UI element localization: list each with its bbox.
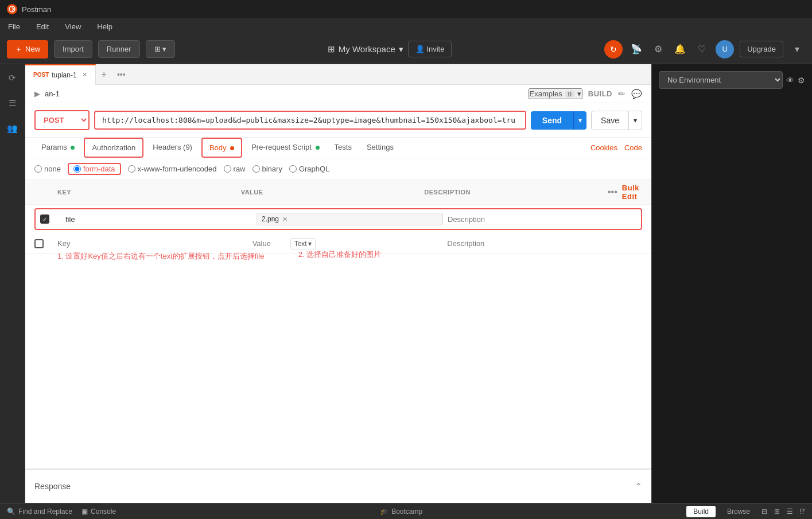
console-item[interactable]: ▣ Console xyxy=(81,508,116,516)
environment-row: No Environment 👁 ⚙ xyxy=(659,71,805,89)
build-tab-button[interactable]: Build xyxy=(686,506,716,517)
menu-help[interactable]: Help xyxy=(94,21,116,32)
tab-tests[interactable]: Tests xyxy=(328,138,359,157)
tab-authorization[interactable]: Authorization xyxy=(84,138,143,158)
tab-name-label: tupian-1 xyxy=(52,71,76,79)
radio-icon-btn[interactable]: 📡 xyxy=(628,41,644,57)
code-link[interactable]: Code xyxy=(624,143,642,152)
response-collapse-icon[interactable]: ⌃ xyxy=(635,481,642,492)
request-tab-active[interactable]: POST tupian-1 ✕ xyxy=(25,64,96,85)
radio-raw[interactable]: raw xyxy=(224,165,246,173)
browse-tab-button[interactable]: Browse xyxy=(722,506,755,517)
empty-value-cell: Text ▾ 2. 选择自己准备好的图片 xyxy=(252,238,448,249)
menu-bar: File Edit View Help xyxy=(0,18,812,34)
row-desc-cell xyxy=(445,214,636,225)
sync-button[interactable]: ↻ xyxy=(604,40,623,58)
bootcamp-icon: 🎓 xyxy=(380,508,388,516)
send-arrow-button[interactable]: ▾ xyxy=(573,111,586,130)
find-replace-item[interactable]: 🔍 Find and Replace xyxy=(7,508,72,516)
settings-env-icon[interactable]: ⚙ xyxy=(798,76,805,85)
tab-pre-request[interactable]: Pre-request Script xyxy=(244,138,326,157)
radio-none[interactable]: none xyxy=(34,165,61,173)
body-options: none form-data x-www-form-urlencoded raw… xyxy=(25,158,651,180)
tab-add-button[interactable]: + xyxy=(96,69,112,80)
empty-desc-input[interactable] xyxy=(447,239,642,248)
user-avatar[interactable]: U xyxy=(716,40,734,58)
sidebar-collections-icon[interactable]: ☰ xyxy=(5,95,21,111)
form-table-header: KEY VALUE DESCRIPTION ••• Bulk Edit xyxy=(25,180,651,205)
user-plus-icon: 👤 xyxy=(415,45,425,53)
row-desc-input[interactable] xyxy=(448,215,634,224)
tab-body[interactable]: Body xyxy=(201,138,242,158)
tab-close-icon[interactable]: ✕ xyxy=(82,71,87,79)
workspace-button[interactable]: ⊞ My Workspace ▾ xyxy=(328,44,403,54)
method-select[interactable]: POST GET PUT DELETE xyxy=(34,110,90,130)
tab-params[interactable]: Params xyxy=(34,138,81,157)
runner-button[interactable]: Runner xyxy=(98,40,140,58)
status-icon-1: ⊟ xyxy=(762,508,767,516)
menu-edit[interactable]: Edit xyxy=(33,21,52,32)
examples-button[interactable]: Examples 0 ▾ xyxy=(529,88,582,99)
text-dropdown[interactable]: Text ▾ xyxy=(290,238,316,249)
new-button[interactable]: ＋ New xyxy=(7,40,48,58)
sidebar-history-icon[interactable]: ⟳ xyxy=(5,70,21,86)
import-button[interactable]: Import xyxy=(54,40,92,58)
breadcrumb-name: an-1 xyxy=(45,89,60,98)
radio-urlencoded[interactable]: x-www-form-urlencoded xyxy=(128,165,217,173)
save-arrow-button[interactable]: ▾ xyxy=(629,111,642,130)
grid-icon: ⊞ xyxy=(328,44,335,54)
response-label: Response xyxy=(34,482,71,491)
file-remove-icon[interactable]: ✕ xyxy=(282,216,287,223)
empty-key-input[interactable] xyxy=(57,239,252,248)
sidebar-users-icon[interactable]: 👥 xyxy=(5,120,21,136)
save-button[interactable]: Save xyxy=(591,111,629,130)
row-checkbox[interactable]: ✓ xyxy=(40,214,49,224)
edit-icon-btn[interactable]: ✏ xyxy=(618,89,625,99)
cookies-link[interactable]: Cookies xyxy=(590,143,617,152)
radio-form-data[interactable]: form-data xyxy=(68,163,121,175)
layout-button[interactable]: ⊞ ▾ xyxy=(146,40,176,58)
upgrade-button[interactable]: Upgrade xyxy=(740,41,783,57)
heart-icon-btn[interactable]: ♡ xyxy=(694,41,710,57)
empty-value-input[interactable] xyxy=(252,239,287,248)
settings-icon-btn[interactable]: ⚙ xyxy=(650,41,666,57)
empty-row-checkbox[interactable] xyxy=(34,239,44,248)
radio-graphql[interactable]: GraphQL xyxy=(289,165,329,173)
more-options-button[interactable]: ••• xyxy=(608,187,617,197)
send-button[interactable]: Send xyxy=(531,111,573,130)
app-icon xyxy=(7,4,17,14)
row-key-input[interactable] xyxy=(65,215,252,224)
empty-key-cell: 1. 设置好Key值之后右边有一个text的扩展按钮，点开后选择file xyxy=(57,239,252,248)
chevron-down-icon: ▾ xyxy=(577,89,581,98)
breadcrumb-arrow-icon: ▶ xyxy=(34,89,40,98)
request-breadcrumb: ▶ an-1 Examples 0 ▾ BUILD ✏ 💬 xyxy=(25,85,651,103)
tab-headers[interactable]: Headers (9) xyxy=(146,138,199,157)
response-section: Response ⌃ xyxy=(25,469,651,503)
environment-select[interactable]: No Environment xyxy=(659,71,783,89)
send-button-group: Send ▾ xyxy=(531,111,586,130)
annotation-1: 1. 设置好Key值之后右边有一个text的扩展按钮，点开后选择file xyxy=(57,251,264,263)
invite-button[interactable]: 👤 Invite xyxy=(408,41,452,57)
top-right-panel: No Environment 👁 ⚙ xyxy=(651,64,812,503)
dropdown-arrow-icon[interactable]: ▾ xyxy=(789,41,805,57)
eye-icon[interactable]: 👁 xyxy=(786,76,794,85)
comment-icon-btn[interactable]: 💬 xyxy=(631,89,642,99)
toolbar-right: ↻ 📡 ⚙ 🔔 ♡ U Upgrade ▾ xyxy=(604,40,805,58)
radio-binary[interactable]: binary xyxy=(252,165,282,173)
menu-view[interactable]: View xyxy=(61,21,84,32)
tab-settings[interactable]: Settings xyxy=(360,138,401,157)
request-tabs: POST tupian-1 ✕ + ••• xyxy=(25,64,651,85)
bulk-edit-button[interactable]: Bulk Edit xyxy=(622,184,642,201)
cookies-code-area: Cookies Code xyxy=(590,143,642,152)
tab-more-icon[interactable]: ••• xyxy=(112,70,130,79)
url-input[interactable] xyxy=(94,111,526,130)
main-row: ⟳ ☰ 👥 POST tupian-1 ✕ + ••• ▶ an-1 xyxy=(0,64,812,503)
build-mode-button[interactable]: BUILD xyxy=(588,89,612,98)
status-icon-4: ⁉ xyxy=(800,508,805,516)
bootcamp-item[interactable]: 🎓 Bootcamp xyxy=(380,508,422,516)
menu-file[interactable]: File xyxy=(5,21,24,32)
col-desc-header: DESCRIPTION xyxy=(424,189,608,196)
table-row: ✓ 2.png ✕ xyxy=(34,208,642,230)
bell-icon-btn[interactable]: 🔔 xyxy=(672,41,688,57)
row-key-cell xyxy=(63,214,254,225)
